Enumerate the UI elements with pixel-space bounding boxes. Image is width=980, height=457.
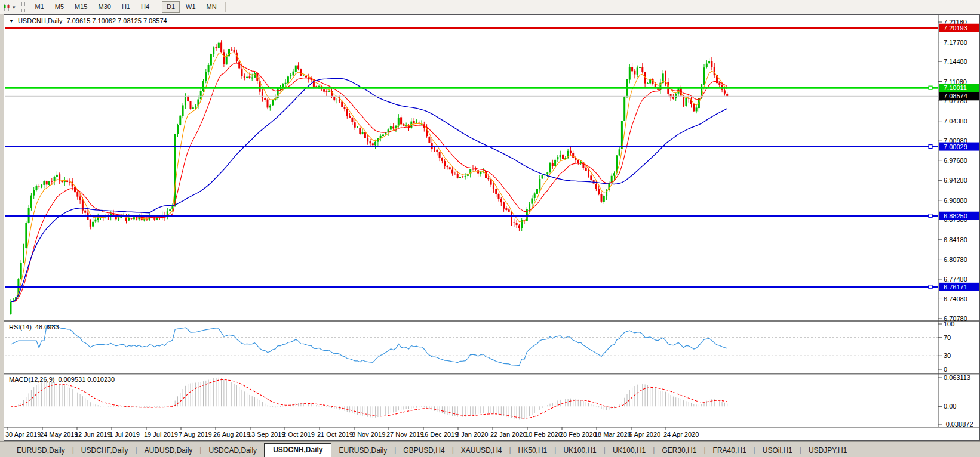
rsi-indicator-label: RSI(14) 48.0983 (9, 323, 59, 331)
price-tick-label: 7.14480 (944, 58, 967, 65)
date-tick-label: 30 Apr 2019 (5, 431, 41, 438)
macd-values: 0.009531 0.010230 (58, 376, 115, 383)
symbol-ohlc: 7.09615 7.10062 7.08125 7.08574 (66, 17, 167, 24)
chart-tab-USDCAD-Daily[interactable]: USDCAD,Daily (201, 444, 264, 457)
chart-type-selector[interactable]: ▾ (2, 3, 16, 11)
price-tick-label: 6.80780 (944, 256, 967, 263)
macd-tick-label: -0.038872 (944, 421, 973, 428)
date-tick-label: 19 Jul 2019 (144, 431, 178, 438)
timeframe-buttons: M1M5M15M30H1H4D1W1MN (30, 1, 229, 13)
chart-canvas[interactable]: 7.211807.177807.144807.110807.077807.043… (4, 15, 979, 440)
chart-tab-USDCNH-Daily[interactable]: USDCNH,Daily (264, 443, 331, 457)
level-handle[interactable] (929, 86, 932, 89)
tf-button-M1[interactable]: M1 (30, 1, 49, 13)
symbol-dropdown-icon[interactable]: ▼ (9, 18, 14, 24)
macd-indicator-label: MACD(12,26,9) 0.009531 0.010230 (9, 376, 115, 383)
symbol-header: ▼ USDCNH,Daily 7.09615 7.10062 7.08125 7… (9, 17, 167, 24)
date-tick-label: 7 Aug 2019 (179, 431, 212, 438)
price-badge-label: 7.20193 (944, 24, 967, 32)
price-tick-label: 7.04380 (944, 118, 967, 125)
chart-tab-UK100-H1[interactable]: UK100,H1 (606, 444, 653, 457)
toolbar: ▾ M1M5M15M30H1H4D1W1MN (0, 0, 980, 14)
price-badge-label: 6.76171 (944, 283, 967, 291)
chart-tabs: EURUSD,Daily|USDCHF,Daily|AUDUSD,Daily|U… (10, 443, 854, 457)
level-handle[interactable] (929, 285, 932, 289)
candlestick-chart-icon (2, 3, 11, 11)
macd-tick-label: 0.00 (944, 403, 956, 410)
tf-button-H1[interactable]: H1 (117, 1, 135, 13)
toolbar-grip[interactable] (21, 2, 25, 12)
date-tick-label: 24 May 2019 (40, 431, 78, 438)
price-badge-label: 6.88250 (944, 212, 967, 220)
price-badge-label: 7.00029 (944, 143, 967, 150)
toolbar-separator (225, 2, 226, 12)
chart-tab-HK50-H1[interactable]: HK50,H1 (511, 444, 555, 457)
chart-tab-bar: EURUSD,Daily|USDCHF,Daily|AUDUSD,Daily|U… (0, 441, 980, 457)
symbol-name: USDCNH,Daily (18, 17, 63, 24)
tf-button-MN[interactable]: MN (202, 1, 222, 13)
date-tick-label: 3 Jan 2020 (456, 431, 488, 438)
date-tick-label: 22 Jan 2020 (490, 431, 527, 438)
tf-button-H4[interactable]: H4 (136, 1, 154, 13)
date-tick-label: 28 Feb 2020 (560, 431, 597, 438)
tf-button-M15[interactable]: M15 (70, 1, 92, 13)
tf-button-W1[interactable]: W1 (181, 1, 201, 13)
price-tick-label: 6.77480 (944, 276, 967, 283)
date-tick-label: 2 Oct 2019 (282, 431, 315, 438)
tf-button-M30[interactable]: M30 (94, 1, 116, 13)
chart-tab-USDCHF-Daily[interactable]: USDCHF,Daily (74, 444, 136, 457)
chart-tab-USOil-H1[interactable]: USOil,H1 (755, 444, 800, 457)
date-tick-label: 1 Jul 2019 (109, 431, 140, 438)
date-tick-label: 10 Feb 2020 (525, 431, 562, 438)
price-tick-label: 6.94280 (944, 177, 967, 184)
rsi-value: 48.0983 (35, 323, 59, 331)
tf-button-M5[interactable]: M5 (50, 1, 69, 13)
date-tick-label: 21 Oct 2019 (317, 431, 353, 438)
price-tick-label: 6.90880 (944, 197, 967, 204)
pane-separator[interactable] (4, 320, 979, 322)
chevron-down-icon: ▾ (13, 4, 16, 10)
chart-tab-USDJPY-H1[interactable]: USDJPY,H1 (801, 444, 854, 457)
tf-button-D1[interactable]: D1 (162, 1, 180, 13)
date-tick-label: 16 Dec 2019 (421, 431, 458, 438)
chart-tab-AUDUSD-Daily[interactable]: AUDUSD,Daily (137, 444, 200, 457)
date-tick-label: 18 Mar 2020 (594, 431, 631, 438)
chart-tab-EURUSD-Daily[interactable]: EURUSD,Daily (331, 444, 394, 457)
chart-window[interactable]: 7.211807.177807.144807.110807.077807.043… (4, 14, 980, 441)
price-badge-label: 7.08574 (944, 92, 967, 100)
date-tick-label: 8 Nov 2019 (352, 431, 385, 438)
date-tick-label: 26 Aug 2019 (213, 431, 250, 438)
pane-separator[interactable] (4, 373, 979, 375)
date-tick-label: 13 Sep 2019 (248, 431, 285, 438)
level-handle[interactable] (929, 145, 932, 149)
chart-tab-EURUSD-Daily[interactable]: EURUSD,Daily (10, 444, 72, 457)
price-tick-label: 6.84180 (944, 236, 967, 243)
toolbar-separator (158, 2, 158, 12)
level-handle[interactable] (929, 214, 932, 218)
rsi-tick-label: 30 (944, 352, 951, 359)
price-tick-label: 7.17780 (944, 39, 967, 46)
date-tick-label: 6 Apr 2020 (629, 431, 660, 438)
price-tick-label: 6.97680 (944, 157, 967, 164)
date-tick-label: 24 Apr 2020 (663, 431, 699, 438)
price-badge-label: 7.10011 (944, 84, 967, 91)
date-tick-label: 27 Nov 2019 (386, 431, 423, 438)
rsi-tick-label: 0 (944, 366, 947, 373)
chart-tab-XAUUSD-H4[interactable]: XAUUSD,H4 (454, 444, 509, 457)
chart-tab-FRA40-H1[interactable]: FRA40,H1 (706, 444, 754, 457)
rsi-name: RSI(14) (9, 323, 32, 331)
chart-tab-UK100-H1[interactable]: UK100,H1 (556, 444, 603, 457)
macd-tick-label: 0.063113 (944, 374, 970, 381)
price-tick-label: 6.74080 (944, 295, 967, 302)
rsi-tick-label: 70 (944, 334, 951, 341)
rsi-tick-label: 100 (944, 320, 954, 328)
trading-terminal: { "icons": { "dropdown": "▼", "caret": "… (0, 0, 980, 457)
date-tick-label: 12 Jun 2019 (75, 431, 111, 438)
macd-name: MACD(12,26,9) (9, 376, 54, 383)
chart-tab-GER30-H1[interactable]: GER30,H1 (655, 444, 703, 457)
chart-tab-GBPUSD-H4[interactable]: GBPUSD,H4 (396, 444, 451, 457)
